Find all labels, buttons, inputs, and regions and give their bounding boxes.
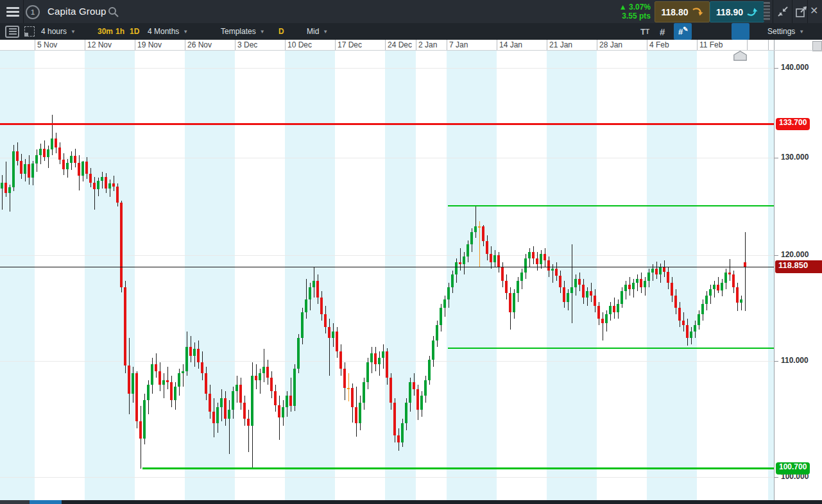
candle-body [35, 155, 38, 164]
candle-body [166, 380, 169, 383]
watchlist-panel-icon[interactable] [5, 26, 19, 38]
candle-body [409, 382, 411, 403]
candle-body [162, 380, 165, 385]
hamburger-menu-icon[interactable] [6, 7, 19, 19]
candle-body [216, 407, 219, 423]
candle-body [8, 187, 11, 193]
candle-body [459, 262, 461, 264]
candle-body [486, 241, 488, 254]
level-line [0, 123, 774, 125]
chevron-down-icon: ▼ [799, 29, 804, 35]
candle-body [386, 351, 388, 378]
up-triangle-icon: ▲ [619, 3, 627, 12]
period-dropdown[interactable]: 4 hours▼ [41, 23, 76, 40]
price-mode-dropdown[interactable]: Mid▼ [307, 23, 328, 40]
candle-body [617, 304, 619, 312]
price-axis[interactable]: 140.000130.000120.000110.000100.000133.7… [774, 40, 822, 500]
candle-body [736, 287, 739, 303]
sell-price-button[interactable]: 118.80 [655, 1, 710, 22]
top-bar: 1 Capita Group ▲ 3.07% 3.55 pts 118.80 1… [0, 0, 822, 24]
range-dropdown[interactable]: 4 Months▼ [148, 23, 188, 40]
current-price-line [0, 267, 774, 267]
candle-body [43, 149, 46, 157]
candle-body [578, 279, 581, 285]
candle-body [559, 276, 561, 287]
quick-period-1h[interactable]: 1h [116, 23, 124, 40]
candle-period-badge[interactable]: D [278, 23, 284, 40]
scrollbar-thumb[interactable] [30, 500, 62, 504]
price-tick [775, 255, 778, 256]
candle-body [724, 273, 727, 283]
candle-body [85, 162, 88, 174]
candle-body [155, 364, 157, 371]
candle-body [316, 281, 319, 298]
drag-grip-handle[interactable] [764, 2, 770, 21]
candle-body [366, 362, 369, 382]
week-separator [135, 40, 135, 50]
week-separator [85, 40, 85, 50]
candle-body [58, 147, 61, 160]
candle-body [570, 287, 573, 294]
close-icon[interactable]: ✕ [810, 4, 818, 17]
chevron-down-icon: ▼ [183, 29, 188, 35]
layout-select-icon[interactable] [24, 26, 35, 37]
settings-dropdown[interactable]: Settings▼ [767, 23, 804, 40]
price-tick [775, 158, 778, 158]
text-tool-icon[interactable]: TT [640, 23, 649, 40]
quick-period-30m[interactable]: 30m [98, 23, 113, 40]
candle-body [286, 396, 288, 407]
candle-body [16, 151, 19, 161]
candle-body [740, 299, 742, 303]
buy-price-button[interactable]: 118.90 [710, 1, 764, 22]
candle-body [70, 156, 73, 162]
candle-body [235, 385, 238, 392]
scrollbar-segment [0, 500, 30, 504]
chevron-down-icon: ▼ [260, 29, 265, 35]
week-band [235, 51, 285, 500]
candle-body [474, 226, 477, 232]
scroll-to-latest-marker-icon[interactable] [733, 51, 747, 61]
candle-wick [229, 400, 230, 454]
candle-body [262, 367, 265, 373]
candle-body [717, 285, 719, 290]
candle-body [528, 252, 531, 258]
candle-body [132, 373, 134, 394]
candle-body [378, 358, 381, 364]
candle-body [705, 296, 708, 304]
quick-period-1d[interactable]: 1D [130, 23, 139, 40]
candle-wick [291, 378, 291, 412]
candle-body [682, 321, 685, 325]
candle-body [624, 285, 627, 291]
templates-dropdown[interactable]: Templates▼ [221, 23, 265, 40]
candle-body [470, 232, 473, 244]
week-separator [647, 40, 647, 50]
arrow-up-curved-icon [747, 7, 758, 17]
candle-body [632, 283, 635, 289]
collapse-window-icon[interactable] [776, 5, 789, 18]
popout-window-icon[interactable] [795, 5, 808, 18]
candle-body [178, 373, 180, 387]
candle-body [701, 304, 704, 315]
horizontal-scrollbar[interactable] [0, 500, 822, 504]
candle-body [282, 407, 284, 417]
candle-body [1, 183, 3, 189]
date-label: 2 Jan [418, 40, 437, 49]
week-separator [35, 40, 35, 50]
chart-plot[interactable]: 5 Nov12 Nov19 Nov26 Nov3 Dec10 Dec17 Dec… [0, 40, 774, 500]
candle-body [185, 347, 188, 371]
candle-body [732, 274, 735, 287]
candle-body [436, 325, 438, 340]
candle-body [524, 258, 527, 273]
candle-body [116, 187, 119, 203]
grid-toggle-icon[interactable]: # [660, 23, 665, 40]
search-icon[interactable] [108, 6, 119, 17]
candle-body [594, 296, 596, 306]
week-separator [416, 40, 416, 50]
grid-edit-tool-icon[interactable]: #✎ [678, 23, 689, 40]
date-label: 12 Nov [87, 40, 112, 49]
candle-body [12, 151, 15, 187]
candle-wick [94, 177, 95, 210]
price-tick [775, 361, 778, 362]
week-band [385, 51, 416, 500]
date-label: 19 Nov [137, 40, 162, 49]
